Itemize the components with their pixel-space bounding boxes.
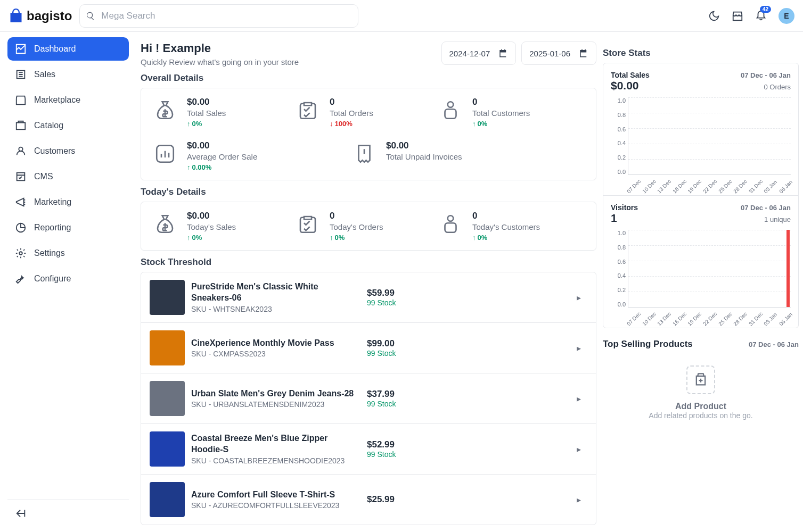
product-price: $99.00 [367,338,396,349]
stat-today-orders: 0Today's Orders↑0% [294,211,422,242]
stat-label: Today's Customers [472,222,540,231]
reporting-icon [15,222,27,234]
money-bag-icon [154,213,176,235]
marketing-icon [15,196,27,208]
chevron-right-icon[interactable]: ▸ [570,394,587,404]
clipboard-icon [297,213,319,235]
chevron-right-icon[interactable]: ▸ [570,343,587,353]
sidebar-item-configure[interactable]: Configure [7,267,129,290]
search-icon [86,11,95,21]
stat-label: Total Sales [187,109,226,118]
svg-point-1 [19,252,22,255]
stock-row[interactable]: PureStride Men's Classic White Sneakers-… [141,272,596,323]
sidebar-item-label: Settings [34,248,65,258]
product-name: Coastal Breeze Men's Blue Zipper Hoodie-… [191,433,360,455]
sidebar-collapse[interactable] [7,500,129,527]
sidebar-item-label: CMS [34,172,53,181]
notifications-icon[interactable]: 42 [755,10,767,22]
product-stock: 99 Stock [367,400,396,408]
product-thumbnail [150,280,185,315]
section-today-title: Today's Details [141,187,596,197]
empty-sub: Add related products on the go. [649,411,752,420]
product-thumbnail [150,330,185,365]
stock-card: PureStride Men's Classic White Sneakers-… [141,272,596,525]
invoice-icon [353,143,375,165]
product-price: $37.99 [367,389,396,400]
stat-today-sales: $0.00Today's Sales↑0% [152,211,280,242]
product-price: $59.99 [367,288,396,298]
stat-delta: ↑0% [330,234,383,242]
dark-mode-toggle[interactable] [708,10,720,22]
stat-label: Average Order Sale [187,152,257,161]
chevron-right-icon[interactable]: ▸ [570,495,587,505]
stat-label: Today's Sales [187,222,236,231]
date-to-picker[interactable]: 2025-01-06 [521,41,596,65]
brand-logo[interactable]: bagisto [9,9,72,23]
sales-icon [15,69,27,80]
chevron-right-icon[interactable]: ▸ [570,444,587,454]
product-stock: 99 Stock [367,349,396,358]
date-to-value: 2025-01-06 [529,49,570,58]
calendar-icon [579,48,588,58]
overall-card: $0.00Total Sales↑0% 0Total Orders↓100% 0… [141,88,596,180]
sidebar-item-label: Marketing [34,197,71,207]
sidebar-item-reporting[interactable]: Reporting [7,216,129,239]
stat-delta: ↑0% [472,120,530,128]
product-thumbnail [150,381,185,416]
stat-value: $0.00 [386,140,462,151]
sidebar-item-settings[interactable]: Settings [7,242,129,265]
add-product-icon[interactable] [686,365,715,394]
customers-icon [15,145,27,157]
stat-label: Total Orders [330,109,373,118]
mega-search-input[interactable] [79,4,358,28]
product-price: $25.99 [367,494,395,505]
stat-delta: ↓100% [330,120,373,128]
sidebar-item-cms[interactable]: CMS [7,165,129,188]
store-icon[interactable] [732,10,743,22]
stat-value: $0.00 [187,97,226,107]
date-from-picker[interactable]: 2024-12-07 [441,41,517,65]
chevron-right-icon[interactable]: ▸ [570,293,587,303]
dashboard-icon [15,43,27,55]
stat-value: 0 [330,211,383,221]
total-sales-value: $0.00 [611,79,639,92]
product-thumbnail [150,482,185,517]
svg-rect-3 [445,109,456,119]
stat-avg-order: $0.00Average Order Sale↑0.00% [152,140,280,171]
sidebar-item-customers[interactable]: Customers [7,139,129,163]
sales-chart: 1.00.80.60.40.20.0 07 Dec10 Dec13 Dec16 … [611,97,791,188]
sidebar-item-marketing[interactable]: Marketing [7,190,129,214]
sidebar-item-catalog[interactable]: Catalog [7,114,129,137]
stock-row[interactable]: Coastal Breeze Men's Blue Zipper Hoodie-… [141,424,596,475]
stock-row[interactable]: CineXperience Monthly Movie PassSKU - CX… [141,323,596,373]
sidebar-item-dashboard[interactable]: Dashboard [7,37,129,61]
product-sku: SKU - COASTALBREEZEMENSHOODIE2023 [191,456,360,465]
sidebar-item-label: Reporting [34,223,71,232]
sidebar-item-marketplace[interactable]: Marketplace [7,88,129,112]
stat-value: 0 [330,97,373,107]
date-range-label: 07 Dec - 06 Jan [741,204,791,212]
sidebar-item-sales[interactable]: Sales [7,63,129,86]
stat-delta: ↑0% [187,120,226,128]
product-price: $52.99 [367,439,396,450]
stat-label: Total Customers [472,109,530,118]
stock-row[interactable]: Urban Slate Men's Grey Denim Jeans-28SKU… [141,373,596,424]
total-sales-title: Total Sales [611,71,650,79]
stat-label: Total Unpaid Invoices [386,152,462,161]
product-stock: 99 Stock [367,450,396,459]
today-card: $0.00Today's Sales↑0% 0Today's Orders↑0%… [141,202,596,251]
product-sku: SKU - URBANSLATEMENSDENIM2023 [191,400,360,409]
stat-today-customers: 0Today's Customers↑0% [437,211,565,242]
svg-point-5 [448,215,454,221]
stock-row[interactable]: Azure Comfort Full Sleeve T-Shirt-SSKU -… [141,475,596,525]
product-name: Azure Comfort Full Sleeve T-Shirt-S [191,489,360,501]
date-from-value: 2024-12-07 [449,49,490,58]
stat-total-customers: 0Total Customers↑0% [437,97,565,128]
money-bag-icon [154,99,176,121]
user-avatar[interactable]: E [779,8,794,24]
date-range-label: 07 Dec - 06 Jan [741,71,791,79]
empty-title: Add Product [675,402,726,411]
top-selling-empty: Add Product Add related products on the … [603,350,799,436]
calendar-icon [498,48,508,58]
visitors-value: 1 [611,212,617,225]
